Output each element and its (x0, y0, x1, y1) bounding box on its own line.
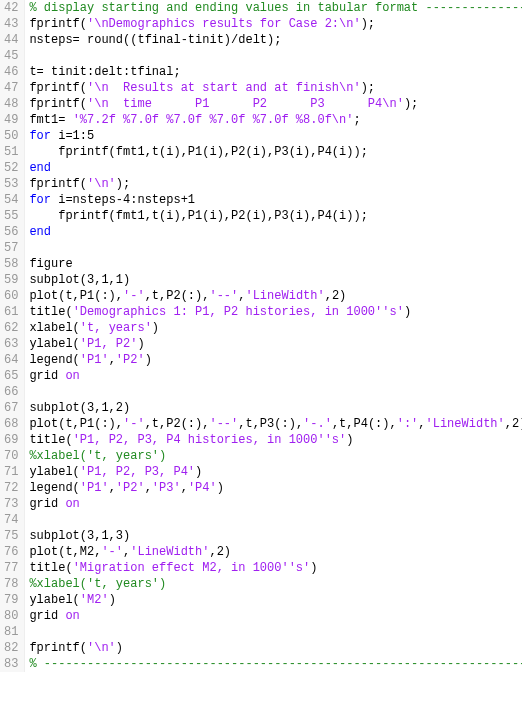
line-number: 55 (4, 208, 18, 224)
token-string: 'M2' (80, 593, 109, 607)
token-string: 'Demographics 1: P1, P2 histories, in 10… (73, 305, 404, 319)
token-ident: , (181, 481, 188, 495)
token-ident: fprintf( (29, 641, 87, 655)
code-line[interactable]: fprintf(fmt1,t(i),P1(i),P2(i),P3(i),P4(i… (29, 144, 522, 160)
code-line[interactable]: fprintf('\n Results at start and at fini… (29, 80, 522, 96)
token-ident: subplot(3,1,3) (29, 529, 130, 543)
token-ident: ylabel( (29, 593, 79, 607)
token-string: 'Migration effect M2, in 1000''s' (73, 561, 311, 575)
code-line[interactable] (29, 512, 522, 528)
token-keyword: end (29, 225, 51, 239)
code-line[interactable]: ylabel('M2') (29, 592, 522, 608)
code-line[interactable] (29, 48, 522, 64)
line-number: 64 (4, 352, 18, 368)
token-ident: ); (361, 17, 375, 31)
code-line[interactable]: grid on (29, 368, 522, 384)
line-number: 71 (4, 464, 18, 480)
token-ident: ) (195, 465, 202, 479)
token-string: 'P4' (188, 481, 217, 495)
code-line[interactable]: t= tinit:delt:tfinal; (29, 64, 522, 80)
code-line[interactable]: ylabel('P1, P2') (29, 336, 522, 352)
code-line[interactable]: for i=1:5 (29, 128, 522, 144)
code-line[interactable]: plot(t,P1(:),'-',t,P2(:),'--',t,P3(:),'-… (29, 416, 522, 432)
code-editor[interactable]: 4243444546474849505152535455565758596061… (0, 0, 522, 672)
token-string: 'P1' (80, 353, 109, 367)
line-number: 47 (4, 80, 18, 96)
code-line[interactable]: fprintf(fmt1,t(i),P1(i),P2(i),P3(i),P4(i… (29, 208, 522, 224)
code-line[interactable]: subplot(3,1,3) (29, 528, 522, 544)
line-number: 57 (4, 240, 18, 256)
code-line[interactable]: nsteps= round((tfinal-tinit)/delt); (29, 32, 522, 48)
token-keyword: for (29, 193, 51, 207)
token-comment: % display starting and ending values in … (29, 1, 522, 15)
code-line[interactable]: ylabel('P1, P2, P3, P4') (29, 464, 522, 480)
token-string: '\n' (87, 641, 116, 655)
code-line[interactable]: legend('P1','P2') (29, 352, 522, 368)
code-line[interactable]: plot(t,M2,'-','LineWidth',2) (29, 544, 522, 560)
token-ident: ; (353, 113, 360, 127)
code-line[interactable]: subplot(3,1,2) (29, 400, 522, 416)
code-line[interactable]: plot(t,P1(:),'-',t,P2(:),'--','LineWidth… (29, 288, 522, 304)
code-area[interactable]: % display starting and ending values in … (25, 0, 522, 672)
code-line[interactable] (29, 624, 522, 640)
token-ident: ,2) (325, 289, 347, 303)
line-number: 42 (4, 0, 18, 16)
token-ident: ) (116, 641, 123, 655)
token-ident: t= tinit:delt:tfinal; (29, 65, 180, 79)
line-number: 49 (4, 112, 18, 128)
token-string: 'P1, P2, P3, P4' (80, 465, 195, 479)
token-string: '-' (123, 289, 145, 303)
code-line[interactable]: fprintf('\n'); (29, 176, 522, 192)
token-ident: ) (404, 305, 411, 319)
code-line[interactable]: title('Demographics 1: P1, P2 histories,… (29, 304, 522, 320)
code-line[interactable]: legend('P1','P2','P3','P4') (29, 480, 522, 496)
code-line[interactable] (29, 384, 522, 400)
line-number: 68 (4, 416, 18, 432)
line-number: 76 (4, 544, 18, 560)
code-line[interactable]: % display starting and ending values in … (29, 0, 522, 16)
code-line[interactable]: %xlabel('t, years') (29, 448, 522, 464)
code-line[interactable]: end (29, 160, 522, 176)
token-ident: legend( (29, 481, 79, 495)
code-line[interactable]: grid on (29, 608, 522, 624)
line-number: 45 (4, 48, 18, 64)
line-number: 67 (4, 400, 18, 416)
code-line[interactable]: xlabel('t, years') (29, 320, 522, 336)
token-ident: ) (137, 337, 144, 351)
token-ident: fprintf( (29, 17, 87, 31)
line-number: 80 (4, 608, 18, 624)
token-ident: i=nsteps-4:nsteps+1 (51, 193, 195, 207)
token-string: 'LineWidth' (426, 417, 505, 431)
code-line[interactable]: fprintf('\nDemographics results for Case… (29, 16, 522, 32)
token-ident: title( (29, 561, 72, 575)
token-ident: i=1:5 (51, 129, 94, 143)
token-ident: ) (109, 593, 116, 607)
token-ident: fprintf( (29, 97, 87, 111)
code-line[interactable]: for i=nsteps-4:nsteps+1 (29, 192, 522, 208)
code-line[interactable]: title('Migration effect M2, in 1000''s') (29, 560, 522, 576)
code-line[interactable]: end (29, 224, 522, 240)
token-ident: fprintf(fmt1,t(i),P1(i),P2(i),P3(i),P4(i… (29, 209, 367, 223)
code-line[interactable]: figure (29, 256, 522, 272)
code-line[interactable]: grid on (29, 496, 522, 512)
code-line[interactable]: %xlabel('t, years') (29, 576, 522, 592)
token-ident: figure (29, 257, 72, 271)
line-number: 82 (4, 640, 18, 656)
line-number: 69 (4, 432, 18, 448)
token-ident: legend( (29, 353, 79, 367)
code-line[interactable]: % --------------------------------------… (29, 656, 522, 672)
code-line[interactable] (29, 240, 522, 256)
code-line[interactable]: fmt1= '%7.2f %7.0f %7.0f %7.0f %7.0f %8.… (29, 112, 522, 128)
line-number: 70 (4, 448, 18, 464)
token-string: '\nDemographics results for Case 2:\n' (87, 17, 361, 31)
code-line[interactable]: subplot(3,1,1) (29, 272, 522, 288)
token-ident: xlabel( (29, 321, 79, 335)
token-ident: ,2) (505, 417, 522, 431)
code-line[interactable]: fprintf('\n') (29, 640, 522, 656)
token-ident: subplot(3,1,1) (29, 273, 130, 287)
code-line[interactable]: fprintf('\n time P1 P2 P3 P4\n'); (29, 96, 522, 112)
token-ident: ) (217, 481, 224, 495)
token-ident: , (109, 481, 116, 495)
token-ident: ); (404, 97, 418, 111)
code-line[interactable]: title('P1, P2, P3, P4 histories, in 1000… (29, 432, 522, 448)
